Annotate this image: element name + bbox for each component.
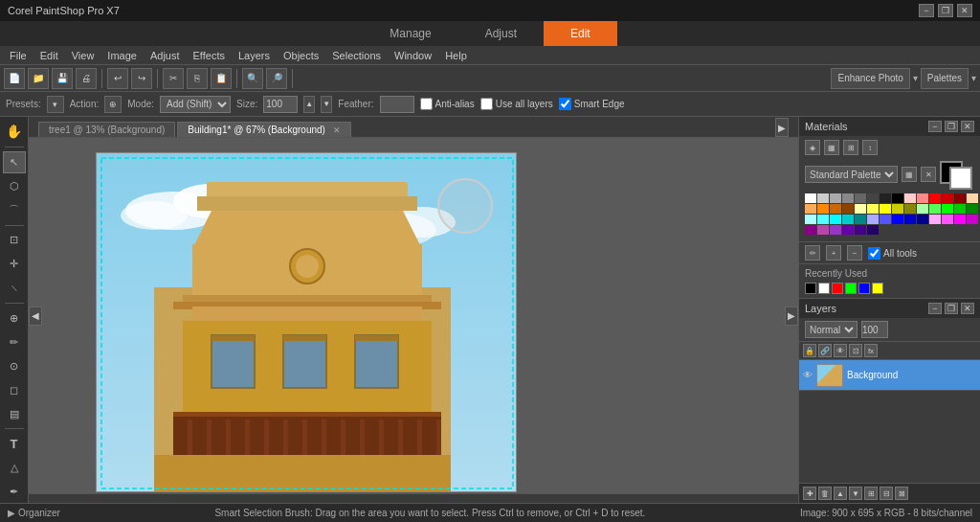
tabs-scroll-right[interactable]: ▶ bbox=[775, 118, 789, 137]
color-swatch[interactable] bbox=[817, 215, 829, 224]
lock-icon[interactable]: 🔒 bbox=[803, 344, 816, 357]
color-swatch[interactable] bbox=[867, 215, 879, 224]
edit-tab[interactable]: Edit bbox=[544, 21, 617, 46]
smart-edge-checkbox[interactable] bbox=[559, 98, 571, 110]
color-swatch[interactable] bbox=[855, 225, 866, 235]
opacity-input[interactable] bbox=[861, 321, 888, 338]
color-swatch[interactable] bbox=[855, 193, 866, 203]
recent-color-swatch[interactable] bbox=[832, 283, 843, 294]
color-swatch[interactable] bbox=[830, 215, 841, 224]
color-swatch[interactable] bbox=[817, 225, 829, 235]
color-swatch[interactable] bbox=[842, 215, 854, 224]
materials-close[interactable]: ✕ bbox=[961, 121, 974, 132]
color-swatch[interactable] bbox=[867, 193, 879, 203]
mat-icon2[interactable]: ▦ bbox=[824, 140, 839, 155]
color-swatch[interactable] bbox=[929, 204, 941, 214]
clone-tool[interactable]: ⊙ bbox=[3, 355, 26, 377]
mat-icon4[interactable]: ↕ bbox=[862, 140, 878, 155]
move-down-icon[interactable]: ▼ bbox=[849, 487, 862, 500]
restore-button[interactable]: ❐ bbox=[938, 4, 953, 17]
delete-layer-icon[interactable]: 🗑 bbox=[818, 487, 832, 500]
save-button[interactable]: 💾 bbox=[52, 68, 73, 89]
fill-tool[interactable]: ▤ bbox=[3, 403, 26, 425]
color-swatch[interactable] bbox=[929, 193, 941, 203]
color-swatch[interactable] bbox=[967, 215, 978, 224]
color-swatch[interactable] bbox=[842, 225, 854, 235]
pen-tool[interactable]: ✒ bbox=[3, 481, 26, 503]
color-swatch[interactable] bbox=[904, 193, 916, 203]
recent-color-swatch[interactable] bbox=[818, 283, 830, 294]
close-building1-icon[interactable]: ✕ bbox=[333, 125, 341, 135]
layers-minimize[interactable]: − bbox=[928, 303, 942, 314]
color-swatch[interactable] bbox=[817, 204, 829, 214]
feather-input[interactable] bbox=[380, 96, 414, 113]
layer-eye-icon[interactable]: 👁 bbox=[803, 370, 813, 380]
color-swatch[interactable] bbox=[942, 215, 953, 224]
color-swatch[interactable] bbox=[855, 215, 866, 224]
layers-close[interactable]: ✕ bbox=[961, 303, 974, 314]
layer-merge-icon[interactable]: ⊟ bbox=[880, 487, 893, 500]
link-icon[interactable]: 🔗 bbox=[818, 344, 832, 357]
color-swatch[interactable] bbox=[917, 204, 928, 214]
materials-minimize[interactable]: − bbox=[928, 121, 942, 132]
menu-view[interactable]: View bbox=[66, 48, 100, 63]
recent-color-swatch[interactable] bbox=[858, 283, 870, 294]
color-swatch[interactable] bbox=[830, 193, 841, 203]
recent-color-swatch[interactable] bbox=[872, 283, 883, 294]
palette-icon2[interactable]: ✕ bbox=[921, 167, 936, 182]
manage-tab[interactable]: Manage bbox=[363, 21, 457, 46]
layers-restore[interactable]: ❐ bbox=[945, 303, 958, 314]
color-swatch[interactable] bbox=[892, 215, 903, 224]
color-swatch[interactable] bbox=[855, 204, 866, 214]
paint-tool[interactable]: ✏ bbox=[3, 331, 26, 353]
color-swatch[interactable] bbox=[805, 215, 816, 224]
color-swatch[interactable] bbox=[954, 215, 966, 224]
antialias-checkbox[interactable] bbox=[420, 98, 433, 110]
color-swatch[interactable] bbox=[880, 193, 891, 203]
layer-group-icon[interactable]: ⊞ bbox=[864, 487, 878, 500]
palette-selector[interactable]: Standard Palette bbox=[805, 166, 898, 183]
use-all-layers-checkbox[interactable] bbox=[480, 98, 493, 110]
color-swatch[interactable] bbox=[880, 204, 891, 214]
color-swatch[interactable] bbox=[967, 204, 978, 214]
redo-button[interactable]: ↪ bbox=[131, 68, 152, 89]
all-tools-check[interactable]: All tools bbox=[868, 247, 917, 260]
undo-button[interactable]: ↩ bbox=[107, 68, 128, 89]
color-swatch[interactable] bbox=[805, 204, 816, 214]
color-swatch[interactable] bbox=[892, 204, 903, 214]
smart-edge-check[interactable]: Smart Edge bbox=[559, 98, 625, 110]
move-up-icon[interactable]: ▲ bbox=[834, 487, 847, 500]
move-tool[interactable]: ✛ bbox=[3, 253, 26, 275]
color-swatch[interactable] bbox=[942, 204, 953, 214]
size-stepper-down[interactable]: ▼ bbox=[321, 96, 332, 113]
visibility-icon[interactable]: 👁 bbox=[834, 344, 847, 357]
eraser-tool[interactable]: ◻ bbox=[3, 379, 26, 401]
color-swatch[interactable] bbox=[967, 193, 978, 203]
size-input[interactable] bbox=[263, 96, 298, 113]
color-swatch[interactable] bbox=[954, 193, 966, 203]
color-swatch[interactable] bbox=[805, 225, 816, 235]
color-swatch[interactable] bbox=[917, 215, 928, 224]
color-swatch[interactable] bbox=[805, 193, 816, 203]
recent-color-swatch[interactable] bbox=[805, 283, 816, 294]
copy-button[interactable]: ⎘ bbox=[187, 68, 208, 89]
menu-image[interactable]: Image bbox=[101, 48, 143, 63]
close-button[interactable]: ✕ bbox=[957, 4, 972, 17]
mask-icon[interactable]: ⊡ bbox=[849, 344, 862, 357]
crop-tool[interactable]: ⊡ bbox=[3, 230, 26, 252]
palettes-button[interactable]: Palettes bbox=[921, 68, 969, 89]
zoom-out-button[interactable]: 🔎 bbox=[266, 68, 287, 89]
add-layer-icon[interactable]: ✚ bbox=[803, 487, 816, 500]
pan-tool[interactable]: ✋ bbox=[3, 121, 26, 143]
color-swatch[interactable] bbox=[867, 225, 879, 235]
enhance-photo-button[interactable]: Enhance Photo bbox=[831, 68, 909, 89]
organizer-button[interactable]: ▶ Organizer bbox=[8, 508, 60, 518]
use-all-layers-check[interactable]: Use all layers bbox=[480, 98, 553, 110]
antialias-check[interactable]: Anti-alias bbox=[420, 98, 475, 110]
action-icon[interactable]: ⊕ bbox=[104, 96, 122, 113]
color-swatch[interactable] bbox=[842, 193, 854, 203]
tab-building1[interactable]: Building1* @ 67% (Background) ✕ bbox=[177, 122, 350, 137]
layer-background[interactable]: 👁 Background bbox=[799, 360, 980, 391]
canvas-scroll-left[interactable]: ◀ bbox=[29, 306, 42, 326]
menu-window[interactable]: Window bbox=[389, 48, 437, 63]
